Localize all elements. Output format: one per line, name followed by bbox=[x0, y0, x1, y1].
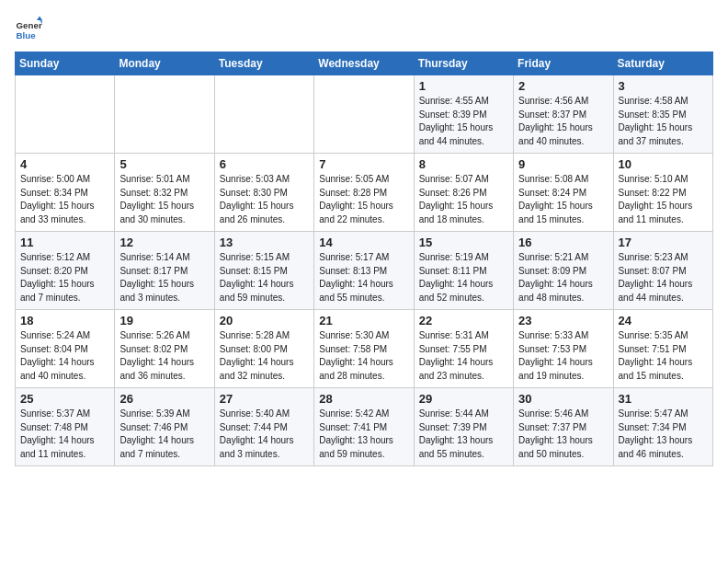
day-info: Sunrise: 5:47 AM Sunset: 7:34 PM Dayligh… bbox=[619, 408, 708, 461]
day-info: Sunrise: 5:28 AM Sunset: 8:00 PM Dayligh… bbox=[220, 329, 309, 383]
day-info: Sunrise: 5:39 AM Sunset: 7:46 PM Dayligh… bbox=[119, 408, 209, 461]
day-cell: 4Sunrise: 5:00 AM Sunset: 8:34 PM Daylig… bbox=[16, 154, 115, 232]
day-cell: 10Sunrise: 5:10 AM Sunset: 8:22 PM Dayli… bbox=[613, 154, 712, 232]
svg-text:Blue: Blue bbox=[17, 30, 37, 40]
day-cell: 6Sunrise: 5:03 AM Sunset: 8:30 PM Daylig… bbox=[214, 154, 313, 232]
day-cell: 7Sunrise: 5:05 AM Sunset: 8:28 PM Daylig… bbox=[314, 154, 414, 232]
day-cell: 29Sunrise: 5:44 AM Sunset: 7:39 PM Dayli… bbox=[414, 388, 513, 466]
day-info: Sunrise: 5:08 AM Sunset: 8:24 PM Dayligh… bbox=[518, 173, 608, 226]
day-number: 23 bbox=[518, 314, 608, 327]
day-info: Sunrise: 5:40 AM Sunset: 7:44 PM Dayligh… bbox=[220, 408, 309, 461]
day-number: 30 bbox=[518, 392, 608, 406]
day-number: 10 bbox=[619, 157, 708, 171]
logo: General Blue bbox=[15, 15, 42, 42]
day-cell: 31Sunrise: 5:47 AM Sunset: 7:34 PM Dayli… bbox=[613, 388, 712, 466]
day-cell: 2Sunrise: 4:56 AM Sunset: 8:37 PM Daylig… bbox=[514, 75, 613, 154]
day-number: 9 bbox=[518, 157, 608, 171]
col-header-monday: Monday bbox=[115, 52, 214, 75]
svg-text:General: General bbox=[17, 20, 43, 30]
day-number: 21 bbox=[319, 314, 408, 327]
day-number: 26 bbox=[119, 392, 209, 406]
day-cell: 11Sunrise: 5:12 AM Sunset: 8:20 PM Dayli… bbox=[16, 232, 115, 310]
day-number: 7 bbox=[319, 157, 408, 171]
day-number: 19 bbox=[119, 314, 209, 327]
col-header-friday: Friday bbox=[514, 52, 613, 75]
day-number: 5 bbox=[119, 157, 209, 171]
day-info: Sunrise: 5:05 AM Sunset: 8:28 PM Dayligh… bbox=[319, 173, 408, 226]
day-cell: 9Sunrise: 5:08 AM Sunset: 8:24 PM Daylig… bbox=[514, 154, 613, 232]
day-info: Sunrise: 5:21 AM Sunset: 8:09 PM Dayligh… bbox=[518, 251, 608, 304]
day-number: 4 bbox=[20, 157, 109, 171]
day-cell: 22Sunrise: 5:31 AM Sunset: 7:55 PM Dayli… bbox=[414, 310, 513, 388]
day-info: Sunrise: 5:12 AM Sunset: 8:20 PM Dayligh… bbox=[20, 251, 109, 304]
day-number: 15 bbox=[419, 236, 508, 249]
day-cell: 16Sunrise: 5:21 AM Sunset: 8:09 PM Dayli… bbox=[514, 232, 613, 310]
day-number: 27 bbox=[220, 392, 309, 406]
day-cell: 27Sunrise: 5:40 AM Sunset: 7:44 PM Dayli… bbox=[214, 388, 313, 466]
day-cell bbox=[314, 75, 414, 154]
day-cell: 12Sunrise: 5:14 AM Sunset: 8:17 PM Dayli… bbox=[115, 232, 214, 310]
day-cell: 15Sunrise: 5:19 AM Sunset: 8:11 PM Dayli… bbox=[414, 232, 513, 310]
day-number: 11 bbox=[20, 236, 109, 249]
day-cell: 30Sunrise: 5:46 AM Sunset: 7:37 PM Dayli… bbox=[514, 388, 613, 466]
logo-icon: General Blue bbox=[15, 15, 42, 42]
day-info: Sunrise: 4:55 AM Sunset: 8:39 PM Dayligh… bbox=[419, 95, 508, 148]
day-cell bbox=[16, 75, 115, 154]
day-info: Sunrise: 5:24 AM Sunset: 8:04 PM Dayligh… bbox=[20, 329, 109, 383]
day-cell: 24Sunrise: 5:35 AM Sunset: 7:51 PM Dayli… bbox=[613, 310, 712, 388]
day-number: 31 bbox=[619, 392, 708, 406]
calendar-table: SundayMondayTuesdayWednesdayThursdayFrid… bbox=[15, 52, 713, 466]
day-info: Sunrise: 5:30 AM Sunset: 7:58 PM Dayligh… bbox=[319, 329, 408, 383]
header-row: SundayMondayTuesdayWednesdayThursdayFrid… bbox=[16, 52, 713, 75]
day-info: Sunrise: 5:35 AM Sunset: 7:51 PM Dayligh… bbox=[619, 329, 708, 383]
day-info: Sunrise: 5:17 AM Sunset: 8:13 PM Dayligh… bbox=[319, 251, 408, 304]
col-header-wednesday: Wednesday bbox=[314, 52, 414, 75]
day-info: Sunrise: 5:01 AM Sunset: 8:32 PM Dayligh… bbox=[119, 173, 209, 226]
day-number: 25 bbox=[20, 392, 109, 406]
day-cell: 18Sunrise: 5:24 AM Sunset: 8:04 PM Dayli… bbox=[16, 310, 115, 388]
day-info: Sunrise: 5:14 AM Sunset: 8:17 PM Dayligh… bbox=[119, 251, 209, 304]
week-row-1: 1Sunrise: 4:55 AM Sunset: 8:39 PM Daylig… bbox=[16, 75, 713, 154]
day-number: 28 bbox=[319, 392, 408, 406]
day-info: Sunrise: 4:56 AM Sunset: 8:37 PM Dayligh… bbox=[518, 95, 608, 148]
day-cell: 28Sunrise: 5:42 AM Sunset: 7:41 PM Dayli… bbox=[314, 388, 414, 466]
day-number: 29 bbox=[419, 392, 508, 406]
week-row-3: 11Sunrise: 5:12 AM Sunset: 8:20 PM Dayli… bbox=[16, 232, 713, 310]
day-number: 3 bbox=[619, 79, 708, 93]
day-cell: 14Sunrise: 5:17 AM Sunset: 8:13 PM Dayli… bbox=[314, 232, 414, 310]
day-cell bbox=[115, 75, 214, 154]
day-info: Sunrise: 5:26 AM Sunset: 8:02 PM Dayligh… bbox=[119, 329, 209, 383]
day-number: 2 bbox=[518, 79, 608, 93]
day-info: Sunrise: 5:46 AM Sunset: 7:37 PM Dayligh… bbox=[518, 408, 608, 461]
day-info: Sunrise: 5:19 AM Sunset: 8:11 PM Dayligh… bbox=[419, 251, 508, 304]
day-cell: 17Sunrise: 5:23 AM Sunset: 8:07 PM Dayli… bbox=[613, 232, 712, 310]
week-row-2: 4Sunrise: 5:00 AM Sunset: 8:34 PM Daylig… bbox=[16, 154, 713, 232]
day-info: Sunrise: 5:03 AM Sunset: 8:30 PM Dayligh… bbox=[220, 173, 309, 226]
day-number: 13 bbox=[220, 236, 309, 249]
day-number: 6 bbox=[220, 157, 309, 171]
svg-marker-2 bbox=[37, 17, 42, 21]
day-number: 20 bbox=[220, 314, 309, 327]
day-number: 17 bbox=[619, 236, 708, 249]
day-number: 14 bbox=[319, 236, 408, 249]
col-header-thursday: Thursday bbox=[414, 52, 513, 75]
week-row-4: 18Sunrise: 5:24 AM Sunset: 8:04 PM Dayli… bbox=[16, 310, 713, 388]
day-info: Sunrise: 5:42 AM Sunset: 7:41 PM Dayligh… bbox=[319, 408, 408, 461]
day-number: 18 bbox=[20, 314, 109, 327]
header: General Blue bbox=[15, 15, 713, 42]
day-cell: 20Sunrise: 5:28 AM Sunset: 8:00 PM Dayli… bbox=[214, 310, 313, 388]
col-header-sunday: Sunday bbox=[16, 52, 115, 75]
day-cell: 1Sunrise: 4:55 AM Sunset: 8:39 PM Daylig… bbox=[414, 75, 513, 154]
day-info: Sunrise: 5:37 AM Sunset: 7:48 PM Dayligh… bbox=[20, 408, 109, 461]
day-cell: 25Sunrise: 5:37 AM Sunset: 7:48 PM Dayli… bbox=[16, 388, 115, 466]
day-number: 12 bbox=[119, 236, 209, 249]
day-info: Sunrise: 5:15 AM Sunset: 8:15 PM Dayligh… bbox=[220, 251, 309, 304]
day-cell: 8Sunrise: 5:07 AM Sunset: 8:26 PM Daylig… bbox=[414, 154, 513, 232]
day-cell: 19Sunrise: 5:26 AM Sunset: 8:02 PM Dayli… bbox=[115, 310, 214, 388]
day-info: Sunrise: 5:31 AM Sunset: 7:55 PM Dayligh… bbox=[419, 329, 508, 383]
day-number: 8 bbox=[419, 157, 508, 171]
day-cell: 3Sunrise: 4:58 AM Sunset: 8:35 PM Daylig… bbox=[613, 75, 712, 154]
day-info: Sunrise: 5:07 AM Sunset: 8:26 PM Dayligh… bbox=[419, 173, 508, 226]
day-cell: 23Sunrise: 5:33 AM Sunset: 7:53 PM Dayli… bbox=[514, 310, 613, 388]
day-cell: 13Sunrise: 5:15 AM Sunset: 8:15 PM Dayli… bbox=[214, 232, 313, 310]
